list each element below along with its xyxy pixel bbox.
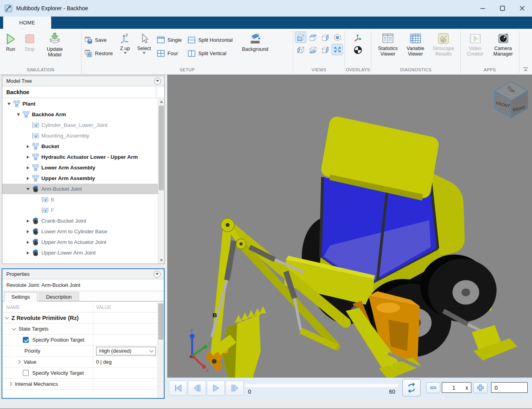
four-view-button[interactable]: Four [157,48,182,58]
chevron-right-icon[interactable] [17,360,21,364]
expander-icon[interactable] [24,177,32,180]
update-model-button[interactable]: Update Model [43,32,67,58]
property-internal-mechanics[interactable]: Internal Mechanics [2,379,164,390]
variable-viewer-button[interactable]: Variable Viewer [404,32,427,57]
priority-dropdown[interactable]: High (desired) [96,347,156,355]
tree-item-arm-bucket-joint[interactable]: Arm-Bucket Joint [2,184,164,194]
scroll-up-icon[interactable] [158,99,164,105]
tab-description[interactable]: Description [39,292,79,301]
tab-home[interactable]: HOME [3,17,51,29]
expander-icon[interactable] [15,113,22,116]
tree-item-cylinder-base-lower-joint[interactable]: Cylinder_Base_Lower_Joint [2,120,164,130]
scrollbar-thumb[interactable] [158,303,163,340]
close-button[interactable] [512,0,532,17]
go-to-start-button[interactable] [169,381,187,396]
properties-collapse-button[interactable] [154,271,161,278]
tree-item-hydraulic-actuator[interactable]: Hydraulic Actuator Lower - Upper Arm [2,152,164,162]
specify-position-target-checkbox[interactable] [23,337,29,343]
expander-icon[interactable] [24,156,32,159]
specify-velocity-target-checkbox[interactable] [23,370,29,376]
time-slider[interactable] [245,383,399,388]
expander-icon[interactable] [24,230,32,233]
tree-item-b[interactable]: B [2,194,164,205]
step-forward-button[interactable] [226,381,244,396]
select-dropdown-caret[interactable] [143,52,146,54]
run-button[interactable]: Run [5,32,17,52]
background-button[interactable]: Background [239,32,271,52]
chevron-down-icon[interactable] [12,326,16,330]
tree-item-crank-bucket-joint[interactable]: Crank-Bucket Joint [2,216,164,226]
tree-item-upper-arm-to-actuator-joint[interactable]: Upper Arm to Actuator Joint [2,237,164,247]
view-bottom-button[interactable] [308,44,318,55]
tree-item-upper-arm-assembly[interactable]: Upper Arm Assembly [2,173,164,184]
backhoe-3d-render[interactable]: B Z Y X TOP FRONT RIGHT [168,75,532,377]
tree-root-row[interactable]: Backhoe [2,86,164,98]
chevron-down-icon[interactable] [5,315,9,319]
tree-item-plant[interactable]: Plant [2,99,164,109]
scroll-down-icon[interactable] [158,257,164,264]
tree-item-f[interactable]: F [2,205,164,216]
select-button[interactable]: Select [137,32,151,54]
tab-settings[interactable]: Settings [4,292,37,301]
viewport-3d[interactable]: B Z Y X TOP FRONT RIGHT [167,75,532,377]
expander-icon[interactable] [24,241,32,244]
stop-button[interactable]: Stop [24,32,35,52]
model-tree-panel: Model Tree Backhoe Plant Backhoe Arm Cyl… [2,76,165,264]
save-button[interactable]: Save [85,35,113,45]
expander-icon[interactable] [24,145,32,148]
expander-icon[interactable] [24,188,32,190]
z-up-dropdown-caret[interactable] [124,52,127,54]
speed-decrease-button[interactable] [426,382,440,393]
scrollbar-thumb[interactable] [159,106,164,190]
statistics-viewer-button[interactable]: Statistics Viewer [375,32,400,57]
value-field[interactable]: 0 | deg [93,359,164,365]
center-of-mass-overlay-button[interactable] [353,45,363,55]
split-horizontal-button[interactable]: Split Horizontal [188,35,232,45]
single-view-button[interactable]: Single [157,35,182,45]
restore-button[interactable]: Restore [85,48,113,58]
expander-icon[interactable] [6,103,13,105]
expander-icon[interactable] [24,251,32,255]
split-vertical-button[interactable]: Split Vertical [188,48,232,58]
step-back-button[interactable] [188,381,206,396]
view-left-button[interactable] [295,44,306,55]
collapse-ribbon-button[interactable] [523,67,529,72]
loop-button[interactable] [402,379,421,396]
properties-scrollbar[interactable] [158,302,164,398]
expander-icon[interactable] [24,166,32,169]
properties-title: Properties [6,271,30,277]
run-icon [5,33,17,45]
video-creator-button[interactable]: Video Creator [464,32,486,57]
tree-item-upper-lower-arm-joint[interactable]: Upper-Lower Arm Joint [2,247,164,258]
maximize-button[interactable] [493,0,512,17]
tree-item-lower-arm-assembly[interactable]: Lower Arm Assembly [2,162,164,173]
camera-manager-button[interactable]: Camera Manager [490,32,516,57]
z-up-button[interactable]: Z Z up [119,32,131,54]
model-tree-collapse-button[interactable] [154,78,161,85]
speed-increase-button[interactable] [473,382,488,393]
tree-item-bucket[interactable]: Bucket [2,141,164,152]
minimize-button[interactable] [473,0,493,17]
view-top-button[interactable] [308,32,318,43]
expander-icon[interactable] [24,219,32,223]
tree-scrollbar[interactable] [158,99,164,264]
view-isometric-button[interactable] [332,32,343,43]
view-back-button[interactable] [320,44,330,55]
tree-item-backhoe-arm[interactable]: Backhoe Arm [2,109,164,120]
simscape-results-button[interactable]: Simscape Results [430,32,456,57]
frame-overlay-button[interactable] [353,32,363,42]
tree-item-mounting-assembly[interactable]: Mounting_Assembly [2,130,164,141]
view-front-button[interactable] [295,32,306,43]
section-label-apps: APPS [461,67,519,74]
tree-item-lower-arm-to-cylinder-base[interactable]: Lower Arm to Cylinder Base [2,226,164,237]
play-button[interactable] [207,381,225,396]
property-state-targets[interactable]: State Targets [2,323,164,335]
view-right-button[interactable] [320,32,330,43]
frame-field[interactable]: 0 [491,382,528,393]
view-cube[interactable]: TOP FRONT RIGHT [495,82,528,118]
property-group-z-revolute[interactable]: Z Revolute Primitive (Rz) [2,312,164,323]
fit-to-view-button[interactable] [332,44,343,55]
chevron-right-icon[interactable] [8,382,12,386]
panel-splitter[interactable] [165,75,167,409]
speed-field[interactable]: 1 x [442,382,471,393]
